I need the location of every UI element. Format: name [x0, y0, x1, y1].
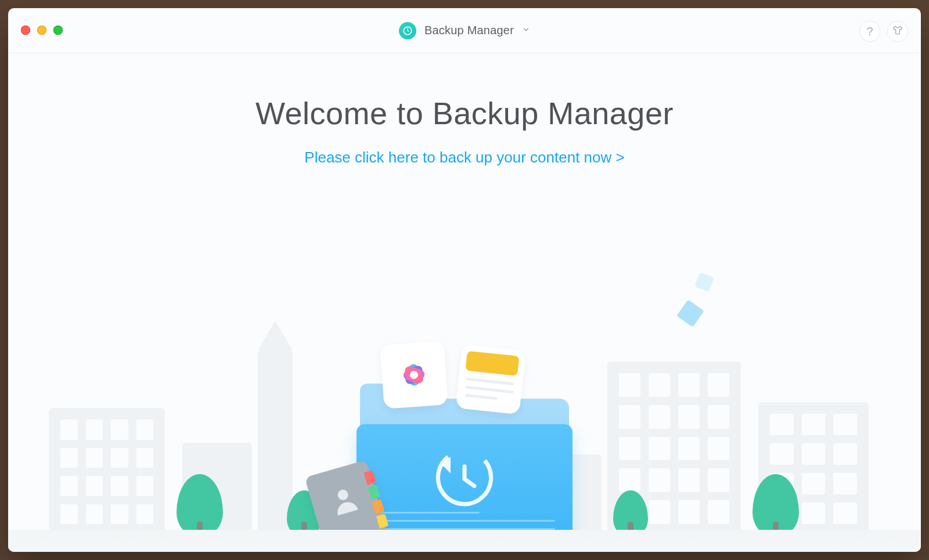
welcome-headline: Welcome to Backup Manager	[8, 95, 921, 131]
tree-decor	[177, 474, 223, 538]
tree-decor	[752, 474, 799, 538]
maximize-window-button[interactable]	[53, 26, 63, 35]
main-content: Welcome to Backup Manager Please click h…	[8, 95, 921, 552]
help-icon: ?	[866, 25, 873, 38]
theme-button[interactable]	[887, 21, 908, 42]
cube-decor	[694, 272, 714, 291]
help-button[interactable]: ?	[859, 21, 880, 42]
close-window-button[interactable]	[21, 26, 30, 35]
backup-folder-illustration	[360, 381, 569, 544]
cube-decor	[676, 299, 704, 327]
backup-now-link[interactable]: Please click here to back up your conten…	[8, 149, 921, 167]
svg-point-12	[337, 489, 350, 501]
minimize-window-button[interactable]	[37, 26, 46, 35]
titlebar: Backup Manager ?	[8, 8, 921, 53]
titlebar-right-controls: ?	[859, 21, 908, 42]
chevron-down-icon	[522, 26, 530, 36]
ground-decor	[8, 530, 921, 552]
hero-illustration	[8, 269, 921, 552]
app-title: Backup Manager	[424, 24, 514, 37]
tshirt-icon	[892, 24, 903, 38]
window-controls	[21, 26, 63, 35]
photos-app-icon	[380, 341, 448, 409]
app-window: Backup Manager ? Welcome to Backup Manag…	[8, 8, 921, 552]
notes-app-icon	[456, 345, 526, 415]
clock-restore-icon	[399, 22, 416, 39]
app-title-dropdown[interactable]: Backup Manager	[390, 17, 539, 44]
restore-arrow-icon	[430, 443, 499, 512]
building-decor	[49, 408, 165, 536]
